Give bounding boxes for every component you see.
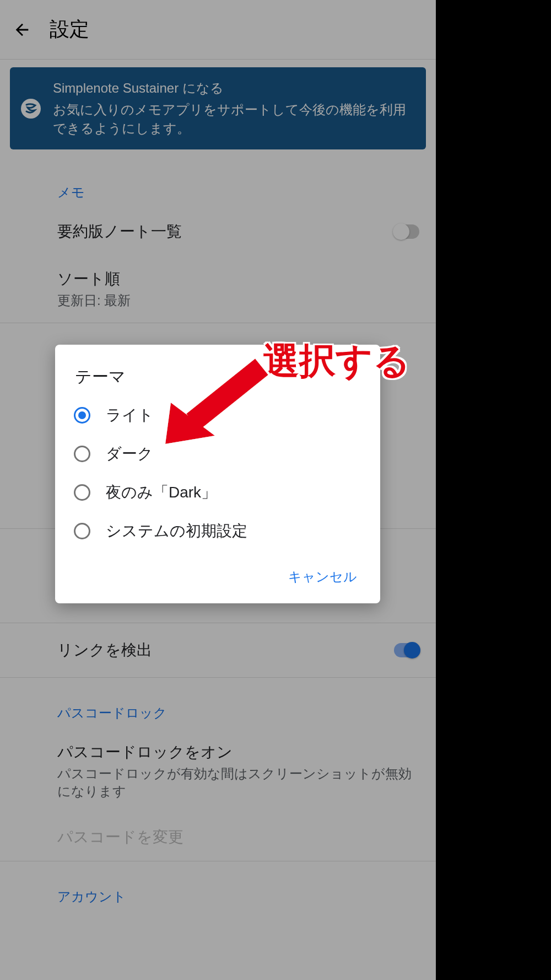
- option-label: システムの初期設定: [106, 521, 247, 542]
- radio-icon: [74, 446, 90, 462]
- annotation-label: 選択する: [263, 336, 410, 386]
- theme-option-dark-night[interactable]: 夜のみ「Dark」: [55, 473, 380, 512]
- option-label: ライト: [106, 405, 154, 426]
- radio-icon: [74, 484, 90, 501]
- theme-option-dark[interactable]: ダーク: [55, 435, 380, 473]
- theme-option-light[interactable]: ライト: [55, 396, 380, 435]
- option-label: 夜のみ「Dark」: [106, 482, 217, 503]
- radio-icon: [74, 407, 90, 424]
- option-label: ダーク: [106, 443, 153, 464]
- cancel-button[interactable]: キャンセル: [282, 564, 364, 590]
- theme-option-system[interactable]: システムの初期設定: [55, 512, 380, 550]
- black-sidebar: [436, 0, 551, 980]
- radio-icon: [74, 523, 90, 539]
